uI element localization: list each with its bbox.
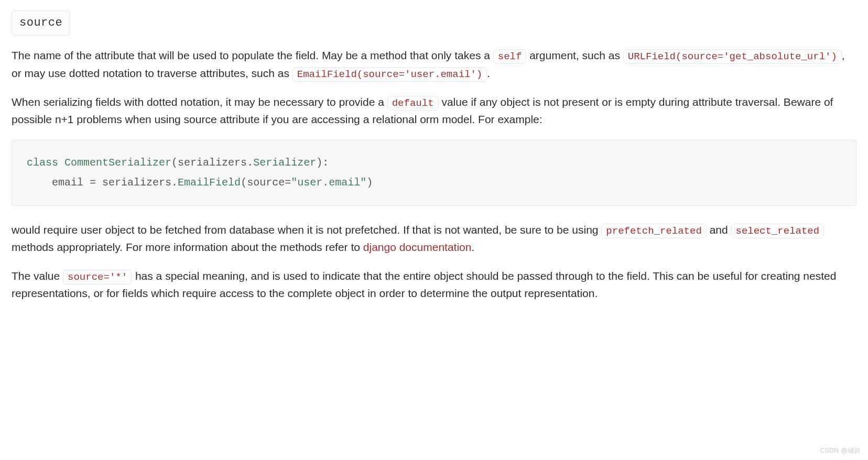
text: . [471,241,474,253]
paragraph-2: When serializing fields with dotted nota… [12,94,856,128]
code-name: email [52,177,83,189]
code-keyword: class [27,157,58,169]
text: The value [12,270,63,282]
code-indent [27,177,52,189]
code-class-name: EmailField [178,177,241,189]
code-punc: ( [171,157,178,169]
text: and [707,224,731,236]
text: methods appropriately. For more informat… [12,241,363,253]
code-punc: ( [241,177,247,189]
text: would require user object to be fetched … [12,224,601,236]
code-class-name: Serializer [253,157,316,169]
paragraph-3: would require user object to be fetched … [12,222,856,256]
code-class-name: CommentSerializer [64,157,171,169]
inline-code-select-related: select_related [731,224,824,238]
code-punc: . [247,157,253,169]
text: The name of the attribute that will be u… [12,49,493,61]
code-string: "user.email" [291,177,366,189]
code-punc: ): [316,157,329,169]
paragraph-1: The name of the attribute that will be u… [12,47,856,82]
paragraph-4: The value source='*' has a special meani… [12,268,856,302]
inline-code-urlfield: URLField(source='get_absolute_url') [623,49,842,64]
inline-code-source-star: source='*' [63,270,132,284]
code-name: serializers [178,157,247,169]
text: argument, such as [526,49,623,61]
code-punc: . [171,177,178,189]
text: . [487,67,490,79]
inline-code-default: default [387,96,439,111]
code-name: serializers [102,177,171,189]
text: When serializing fields with dotted nota… [12,96,387,108]
django-documentation-link[interactable]: django documentation [363,241,472,253]
inline-code-emailfield: EmailField(source='user.email') [292,67,487,82]
inline-code-prefetch-related: prefetch_related [601,224,706,238]
code-op: = [83,177,102,189]
code-block: class CommentSerializer(serializers.Seri… [12,140,856,206]
code-name: source [247,177,285,189]
section-heading: source [12,10,70,36]
text: has a special meaning, and is used to in… [12,270,836,299]
code-op: = [285,177,291,189]
code-punc: ) [366,177,373,189]
inline-code-self: self [493,49,527,64]
